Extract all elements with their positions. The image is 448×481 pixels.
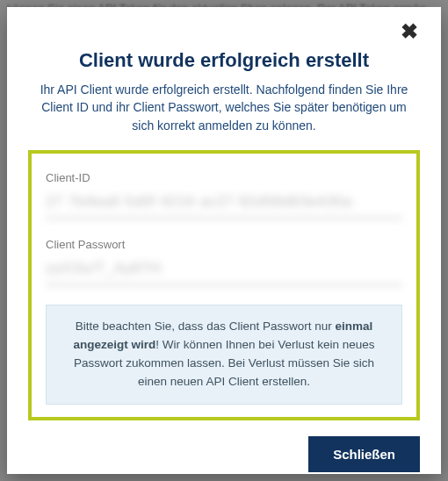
close-button[interactable]: Schließen [308, 436, 420, 472]
close-row: ✖ [28, 19, 420, 44]
client-password-value: zyG3o/T_Ay6TH [46, 255, 402, 285]
button-row: Schließen [28, 436, 420, 472]
modal-description: Ihr API Client wurde erfolgreich erstell… [28, 81, 420, 150]
modal-title: Client wurde erfolgreich erstellt [28, 49, 420, 72]
modal-dialog: ✖ Client wurde erfolgreich erstellt Ihr … [7, 7, 441, 474]
client-id-label: Client-ID [46, 171, 402, 184]
client-id-value: 27 7b4ea6 5d0f 4216 ac27 92d58d63e435a [46, 188, 402, 219]
notice-pre: Bitte beachten Sie, dass das Client Pass… [76, 319, 336, 333]
close-icon[interactable]: ✖ [399, 19, 420, 44]
credentials-box: Client-ID 27 7b4ea6 5d0f 4216 ac27 92d58… [28, 150, 420, 420]
notice-box: Bitte beachten Sie, dass das Client Pass… [46, 305, 402, 405]
client-password-label: Client Passwort [46, 238, 402, 251]
